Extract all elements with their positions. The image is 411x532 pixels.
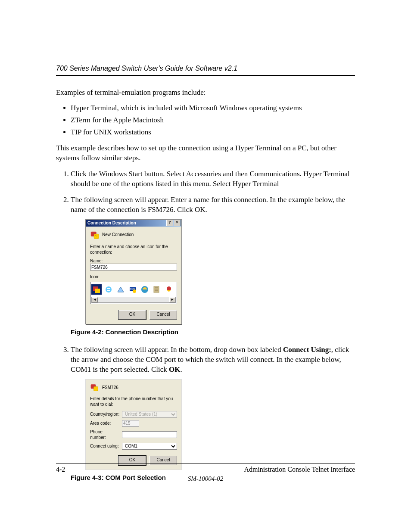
- bullet-item: ZTerm for the Apple Macintosh: [71, 116, 355, 124]
- connect-using-select[interactable]: COM1: [122, 443, 177, 450]
- step-2: The following screen will appear. Enter …: [71, 195, 355, 336]
- name-label: Name:: [90, 258, 177, 264]
- bullet-item: Hyper Terminal, which is included with M…: [71, 104, 355, 112]
- svg-point-15: [167, 286, 171, 291]
- connection-icon-option[interactable]: [103, 284, 114, 295]
- icon-label: Icon:: [90, 274, 177, 280]
- icon-picker[interactable]: MCI: [90, 282, 177, 304]
- connection-icon-option[interactable]: [152, 284, 162, 295]
- cancel-button[interactable]: Cancel: [149, 310, 177, 320]
- step-1: Click the Windows Start button. Select A…: [71, 169, 355, 189]
- ok-button[interactable]: OK: [118, 310, 146, 320]
- phone-icon: [90, 383, 100, 392]
- svg-rect-17: [93, 386, 98, 391]
- svg-point-9: [133, 289, 136, 293]
- connection-icon-option[interactable]: [91, 284, 102, 295]
- bullet-item: TIP for UNIX workstations: [71, 128, 355, 137]
- running-header: 700 Series Managed Switch User's Guide f…: [56, 65, 355, 72]
- connection-icon-option[interactable]: MCI: [128, 284, 138, 295]
- connection-description-dialog: Connection Description ? ×: [85, 219, 182, 324]
- new-connection-label: New Connection: [102, 232, 134, 238]
- svg-point-4: [106, 286, 112, 292]
- connection-icon-option[interactable]: [115, 284, 126, 295]
- country-select[interactable]: United States (1): [122, 411, 177, 418]
- figure-caption: Figure 4-2: Connection Description: [71, 328, 355, 336]
- close-button[interactable]: ×: [174, 220, 181, 226]
- dialog-title: Connection Description: [87, 220, 136, 226]
- footer-section: Administration Console Telnet Interface: [244, 466, 355, 473]
- step-2-text: The following screen will appear. Enter …: [71, 196, 345, 214]
- scroll-left-button[interactable]: ◄: [92, 297, 98, 302]
- dialog-body: New Connection Enter a name and choose a…: [86, 227, 181, 324]
- phone-icon: [90, 230, 100, 240]
- connection-icon-option[interactable]: [164, 284, 174, 295]
- country-label: Country/region:: [90, 411, 119, 417]
- footer-rule: [56, 464, 355, 464]
- svg-rect-5: [107, 288, 110, 289]
- area-code-input[interactable]: [122, 420, 139, 427]
- dialog-titlebar: Connection Description ? ×: [86, 220, 181, 227]
- step-3-text: The following screen will appear. In the…: [71, 345, 349, 373]
- page-number: 4-2: [56, 466, 65, 473]
- connect-using-label: Connect using:: [90, 443, 119, 449]
- phone-number-label: Phone number:: [90, 429, 119, 441]
- page-footer: 4-2 Administration Console Telnet Interf…: [56, 464, 355, 482]
- name-input[interactable]: [90, 264, 177, 271]
- header-rule: [56, 75, 355, 76]
- area-code-label: Area code:: [90, 420, 119, 426]
- svg-rect-1: [94, 234, 99, 239]
- dialog-prompt: Enter a name and choose an icon for the …: [90, 244, 177, 255]
- intro-paragraph: Examples of terminal-emulation programs …: [56, 88, 355, 98]
- svg-rect-3: [95, 289, 100, 293]
- body-paragraph: This example describes how to set up the…: [56, 143, 355, 163]
- document-number: SM-10004-02: [56, 475, 355, 482]
- document-page: 700 Series Managed Switch User's Guide f…: [0, 0, 411, 532]
- bullet-list: Hyper Terminal, which is included with M…: [56, 104, 355, 137]
- scroll-right-button[interactable]: ►: [169, 297, 175, 302]
- icon-scrollbar[interactable]: ◄ ►: [91, 297, 176, 303]
- dialog-prompt: Enter details for the phone number that …: [90, 396, 177, 408]
- svg-rect-11: [154, 286, 159, 292]
- dialog-title: FSM726: [102, 385, 118, 391]
- help-button[interactable]: ?: [166, 220, 173, 226]
- connect-to-dialog: FSM726 Enter details for the phone numbe…: [85, 379, 182, 470]
- connection-icon-option[interactable]: [140, 284, 150, 295]
- phone-number-input[interactable]: [122, 431, 177, 438]
- ordered-steps: Click the Windows Start button. Select A…: [56, 169, 355, 482]
- step-3: The following screen will appear. In the…: [71, 345, 355, 482]
- svg-rect-6: [107, 290, 110, 291]
